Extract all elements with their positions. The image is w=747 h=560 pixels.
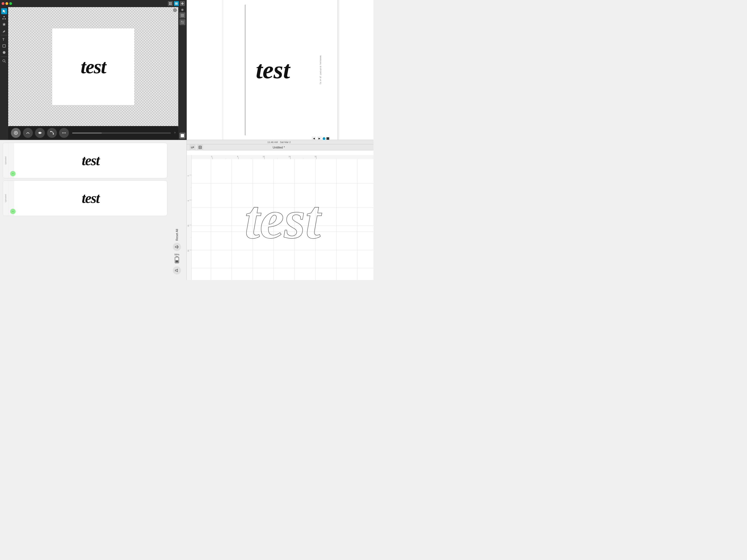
toolbar-grid-btn[interactable]	[180, 1, 185, 6]
svg-point-16	[3, 59, 5, 62]
editor-top-toolbar	[0, 0, 186, 7]
editor-quadrant: T test ✕	[0, 0, 187, 140]
svg-text:24: 24	[288, 156, 291, 157]
svg-rect-12	[3, 30, 5, 32]
maximize-dot[interactable]	[9, 2, 12, 5]
progress-bar	[72, 133, 171, 133]
ruler-vertical: 0 8 16 24	[187, 155, 192, 280]
reset-all-btn[interactable]: Reset All	[175, 229, 179, 240]
system-date: Sat Mar 2	[280, 141, 291, 144]
right-layers-btn[interactable]	[179, 12, 185, 18]
glyph-content-1[interactable]: test	[14, 143, 167, 178]
print-side-label: MANUAL EXPORT (6 of 9)	[319, 55, 321, 84]
svg-text:16: 16	[262, 156, 265, 157]
speaker-icon-btn[interactable]	[173, 266, 181, 275]
select-visible-btn[interactable]	[35, 128, 45, 138]
right-props-btn[interactable]	[179, 19, 185, 25]
print-blue-indicator	[323, 137, 325, 140]
pen-tool[interactable]	[1, 21, 7, 27]
glyph-card-1: Uploaded test −	[3, 143, 168, 178]
select-curves-btn[interactable]	[23, 128, 33, 138]
svg-point-29	[50, 131, 51, 132]
svg-rect-14	[3, 45, 5, 47]
svg-rect-40	[199, 146, 201, 147]
editor-canvas: test	[8, 7, 178, 126]
svg-rect-11	[5, 18, 6, 19]
svg-point-22	[183, 22, 184, 24]
svg-text:T: T	[2, 38, 5, 41]
volume-icon-btn[interactable]	[173, 243, 181, 251]
right-color-btn[interactable]	[179, 133, 185, 138]
glyph-content-2[interactable]: test	[14, 181, 167, 216]
svg-point-15	[3, 51, 5, 54]
glyph-tab-1: Uploaded	[3, 143, 8, 178]
svg-rect-5	[175, 3, 178, 4]
font-editor-quadrant: 11:46 AM Sat Mar 2 LP Untitled * 0 8 16 …	[187, 140, 374, 280]
svg-rect-2	[169, 4, 170, 5]
font-editor-title: Untitled *	[273, 146, 285, 149]
select-tool[interactable]	[1, 8, 7, 14]
print-next-btn[interactable]: ▶	[317, 136, 321, 140]
svg-marker-34	[175, 246, 177, 248]
print-prev-btn[interactable]: ◀	[312, 136, 316, 140]
svg-text:16: 16	[187, 225, 189, 227]
minimize-dot[interactable]	[5, 2, 8, 5]
svg-text:32: 32	[314, 156, 317, 157]
editor-right-toolbar	[178, 7, 186, 140]
svg-marker-38	[175, 269, 177, 272]
editor-bottom-toolbar: ?	[8, 126, 178, 140]
lp-btn[interactable]: LP	[189, 144, 196, 150]
svg-rect-3	[171, 4, 172, 5]
print-controls: ◀ ▶	[312, 136, 329, 140]
shape-tool[interactable]	[1, 43, 7, 49]
editor-left-toolbar: T	[0, 7, 8, 140]
svg-point-30	[53, 133, 54, 134]
round-corners-btn[interactable]	[47, 128, 57, 138]
glyphs-quadrant: Uploaded test − Uploaded test − Reset Al…	[0, 140, 187, 280]
print-test-text: test	[256, 58, 290, 82]
editor-close-icon[interactable]: ✕	[173, 8, 177, 12]
glyph-tab-2: Uploaded	[3, 181, 8, 216]
print-square-indicator	[327, 137, 329, 140]
svg-rect-10	[2, 18, 4, 19]
more-tools-btn[interactable]	[59, 128, 69, 138]
right-tool-dot	[181, 9, 183, 11]
svg-text:8: 8	[187, 200, 189, 201]
toolbar-active-btn[interactable]	[174, 1, 179, 6]
pencil-tool[interactable]	[1, 28, 7, 34]
print-quadrant: test MANUAL EXPORT (6 of 9) ◀ ▶	[187, 0, 374, 140]
bottom-help-icon: ?	[174, 131, 176, 134]
print-page: test MANUAL EXPORT (6 of 9) ◀ ▶	[223, 0, 338, 140]
svg-text:8: 8	[237, 156, 238, 157]
volume-percent: 55%	[175, 253, 179, 256]
svg-rect-9	[4, 16, 5, 17]
print-divider-line	[245, 5, 245, 135]
node-tool[interactable]	[1, 15, 7, 21]
font-canvas-area[interactable]: test	[192, 159, 374, 280]
glyph-text-1: test	[82, 153, 99, 168]
glyph-minus-btn-2[interactable]: −	[10, 209, 16, 214]
svg-text:0: 0	[211, 156, 212, 157]
system-status-bar: 11:46 AM Sat Mar 2	[187, 140, 374, 144]
toolbar-view-btn[interactable]	[168, 1, 173, 6]
svg-point-21	[181, 21, 182, 22]
battery-display: 55%	[175, 253, 179, 264]
svg-text:24: 24	[187, 250, 189, 252]
glyph-minus-btn-1[interactable]: −	[10, 171, 16, 176]
svg-point-31	[62, 133, 63, 133]
svg-rect-37	[176, 260, 178, 262]
glyphs-sidebar: Reset All 55%	[170, 143, 184, 277]
svg-rect-19	[181, 15, 184, 16]
glyph-tab-label-2: Uploaded	[5, 194, 6, 202]
editor-test-text: test	[81, 57, 106, 77]
fill-tool[interactable]	[1, 50, 7, 55]
font-canvas-test-text: test	[245, 192, 321, 247]
svg-rect-20	[181, 16, 184, 17]
zoom-tool[interactable]	[1, 58, 7, 64]
save-btn[interactable]	[197, 144, 203, 150]
text-tool[interactable]: T	[1, 36, 7, 42]
close-dot[interactable]	[2, 2, 4, 5]
svg-point-33	[65, 133, 66, 133]
add-selection-btn[interactable]	[11, 128, 21, 138]
glyph-tab-label-1: Uploaded	[5, 156, 6, 164]
